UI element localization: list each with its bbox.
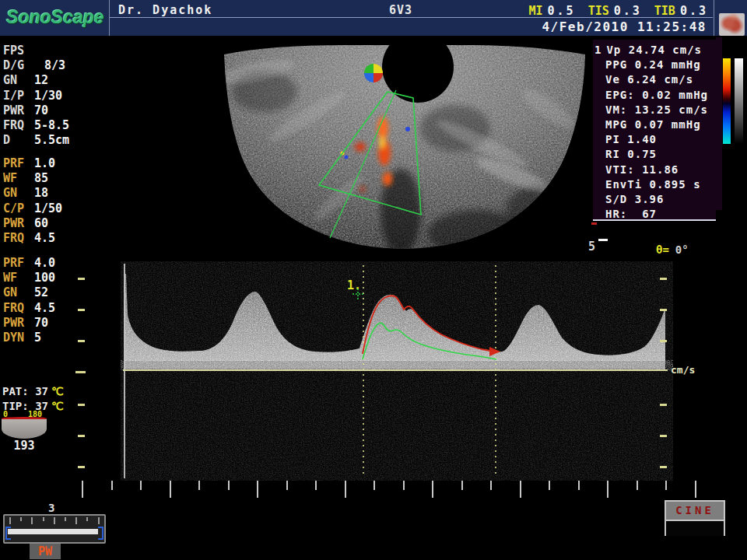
slider-ruler-tick — [65, 517, 66, 521]
timeline-tick — [520, 481, 521, 498]
cine-button-lower — [666, 521, 724, 536]
param-row: FPS — [3, 44, 89, 58]
timeline-tick — [140, 481, 142, 490]
header-row-divider — [110, 17, 713, 18]
doppler-baseline[interactable] — [123, 369, 668, 371]
param-row: PWR70 — [3, 103, 89, 118]
tib-readout: TIB0.3 — [654, 3, 708, 18]
velocity-scale-tick-right — [660, 340, 667, 342]
header-bar: SonoScape Dr. Dyachok 6V3 MI0.5 TIS0.3 T… — [0, 0, 747, 36]
beat-marker-label: 1. — [347, 278, 361, 292]
physician-name: Dr. Dyachok — [118, 3, 212, 17]
grayscale-bar — [735, 58, 743, 144]
param-row: GN52 — [3, 285, 89, 300]
timeline-tick — [198, 481, 200, 490]
color-mode-params: PRF1.0 WF85 GN18 C/P1/50 PWR60 FRQ4.5 — [3, 156, 89, 246]
slider-ruler-tick — [31, 517, 33, 524]
probe-angle-value: 193 — [2, 439, 47, 453]
slider-bracket-left — [5, 527, 11, 540]
measurement-row: EnvTi 0.895 s — [593, 177, 716, 192]
ultrasound-screen: SonoScape Dr. Dyachok 6V3 MI0.5 TIS0.3 T… — [0, 0, 747, 560]
depth-marker-dash — [598, 239, 608, 241]
slider-ruler-tick — [43, 517, 44, 521]
measurement-row: VM: 13.25 cm/s — [593, 103, 716, 117]
cine-button-label: CINE — [666, 502, 724, 521]
timeline-tick — [257, 481, 258, 498]
baseline-clutter-noise — [124, 361, 665, 369]
param-row: FRQ4.5 — [3, 231, 89, 246]
param-row: WF100 — [3, 271, 89, 285]
probe-name: 6V3 — [389, 3, 412, 17]
param-row: I/P1/30 — [3, 89, 89, 103]
measurement-row: Ve 6.24 cm/s — [593, 72, 716, 87]
param-row: PRF4.0 — [3, 256, 89, 271]
param-row: GN18 — [3, 186, 89, 201]
timeline-tick — [607, 481, 608, 498]
param-row: FRQ5-8.5 — [3, 118, 89, 133]
timeline-tick — [374, 481, 375, 490]
mi-readout: MI0.5 — [528, 3, 575, 18]
slider-ruler-tick — [9, 517, 11, 524]
tis-readout: TIS0.3 — [588, 3, 642, 18]
slider-track[interactable] — [8, 529, 98, 534]
timeline-tick — [549, 481, 550, 490]
datetime-readout: 4/Feb/2010 11:25:48 — [542, 19, 707, 34]
timeline-tick — [637, 481, 638, 490]
timeline-tick — [578, 481, 580, 490]
timeline-tick — [432, 481, 433, 498]
velocity-scale-tick-left — [78, 435, 85, 437]
param-row: PRF1.0 — [3, 156, 89, 171]
orientation-marker-icon — [364, 64, 383, 82]
spectral-doppler-display: 1. — [121, 261, 673, 481]
angle-readout: θ=0° — [656, 243, 689, 256]
param-row: WF85 — [3, 171, 89, 186]
timeline-tick — [461, 481, 463, 490]
measurement-row: S/D 3.96 — [593, 192, 716, 207]
slider-ruler-tick — [75, 517, 77, 524]
tis-label: TIS — [588, 4, 609, 18]
measurement-row: MPG 0.07 mmHg — [593, 117, 716, 132]
pw-mode-params: PRF4.0 WF100 GN52 FRQ4.5 PWR70 DYN5 — [3, 256, 89, 345]
patient-temp: PAT: 37℃ — [2, 384, 64, 399]
timeline-tick — [695, 481, 696, 498]
panel-edge-strip — [716, 37, 722, 210]
measurement-row: PI 1.40 — [593, 132, 716, 147]
measurement-row: EPG: 0.02 mmHg — [593, 88, 716, 103]
slider-ruler-tick — [54, 517, 55, 524]
timeline-tick — [286, 481, 288, 490]
timeline-tick — [228, 481, 230, 490]
velocity-scale-tick-right — [660, 309, 667, 311]
header-divider — [109, 0, 110, 36]
gauge-body — [2, 419, 47, 439]
slider-ruler-tick — [98, 517, 100, 524]
mi-label: MI — [528, 4, 542, 18]
b-mode-params: FPS D/G8/3 GN12 I/P1/30 PWR70 FRQ5-8.5 D… — [3, 44, 89, 148]
sweep-speed-slider[interactable] — [3, 514, 106, 544]
velocity-scale-tick-left — [78, 278, 85, 280]
velocity-scale-tick-left — [78, 309, 85, 311]
param-row: FRQ4.5 — [3, 301, 89, 316]
param-row: C/P1/50 — [3, 201, 89, 216]
mi-value: 0.5 — [548, 4, 576, 18]
slider-ruler-tick — [20, 517, 22, 521]
slider-ruler-tick — [86, 517, 88, 521]
timeline-tick — [403, 481, 405, 490]
velocity-scale-tick-right — [660, 466, 667, 468]
param-row: DYN5 — [3, 331, 89, 345]
measurement-row: PPG 0.24 mmHg — [593, 58, 716, 72]
sweep-refresh-line — [124, 264, 125, 478]
cine-button[interactable]: CINE — [665, 500, 725, 536]
b-mode-image — [202, 39, 599, 261]
acoustic-indices: MI0.5 TIS0.3 TIB0.3 — [528, 3, 708, 18]
slider-bracket-right — [98, 527, 103, 540]
slider-value-label: 3 — [48, 502, 54, 514]
panel-red-tick — [591, 222, 597, 225]
velocity-scale-tick-left — [75, 371, 86, 373]
spectrum-noise — [121, 261, 673, 481]
measure-index: 1 — [594, 44, 601, 56]
param-row: PWR60 — [3, 216, 89, 231]
doppler-colorbar — [723, 58, 731, 144]
velocity-scale-tick-left — [78, 404, 85, 406]
timeline-tick — [82, 481, 83, 498]
probe-angle-gauge: 0 180 — [2, 417, 47, 439]
